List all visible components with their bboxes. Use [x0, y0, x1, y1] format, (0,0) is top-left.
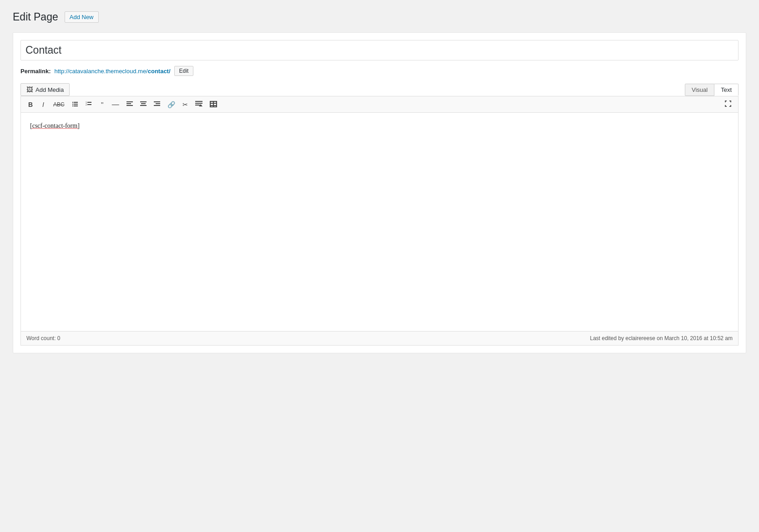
- ordered-list-button[interactable]: 1. 2.: [82, 99, 95, 110]
- add-media-button[interactable]: 🖼 Add Media: [20, 83, 70, 96]
- svg-rect-3: [74, 104, 78, 105]
- permalink-edit-button[interactable]: Edit: [174, 66, 194, 76]
- svg-rect-11: [126, 103, 131, 104]
- strikethrough-label: ABC: [53, 101, 65, 108]
- add-media-label: Add Media: [35, 86, 64, 93]
- svg-rect-10: [126, 101, 133, 102]
- svg-rect-26: [216, 101, 217, 107]
- svg-rect-9: [87, 104, 91, 105]
- svg-rect-13: [140, 101, 147, 102]
- svg-rect-17: [156, 103, 160, 104]
- page-title: Edit Page: [13, 11, 58, 23]
- svg-rect-21: [195, 105, 200, 105]
- fullscreen-icon: [724, 100, 732, 107]
- svg-rect-19: [195, 101, 202, 102]
- unlink-button[interactable]: ✂: [179, 100, 191, 110]
- tab-visual[interactable]: Visual: [685, 84, 714, 96]
- table-icon: [210, 101, 217, 107]
- svg-rect-14: [141, 103, 146, 104]
- svg-rect-0: [72, 102, 73, 103]
- last-edited: Last edited by eclairereese on March 10,…: [590, 335, 733, 341]
- view-tabs: Visual Text: [685, 84, 739, 96]
- word-count: Word count: 0: [26, 335, 61, 341]
- svg-rect-24: [210, 101, 211, 107]
- format-toolbar: B I ABC 1. 2. " —: [21, 96, 738, 113]
- permalink-row: Permalink: http://catavalanche.themeclou…: [20, 66, 739, 76]
- svg-rect-2: [72, 104, 73, 105]
- svg-rect-12: [126, 105, 133, 106]
- blockquote-button[interactable]: ": [96, 99, 108, 110]
- insert-button[interactable]: [192, 99, 206, 110]
- add-new-button[interactable]: Add New: [65, 11, 99, 23]
- svg-rect-1: [74, 102, 78, 103]
- svg-rect-18: [154, 105, 160, 106]
- table-button[interactable]: [207, 99, 220, 110]
- align-right-icon: [154, 101, 160, 107]
- align-right-button[interactable]: [151, 100, 163, 110]
- fullscreen-button[interactable]: [722, 99, 734, 110]
- permalink-label: Permalink:: [20, 68, 51, 75]
- align-left-icon: [126, 101, 133, 107]
- svg-rect-20: [195, 103, 202, 104]
- editor-wrapper: B I ABC 1. 2. " —: [20, 96, 739, 346]
- svg-rect-7: [87, 102, 91, 103]
- word-count-value: 0: [57, 335, 61, 341]
- svg-rect-16: [154, 101, 160, 102]
- align-center-button[interactable]: [137, 100, 150, 110]
- shortcode-content: [cscf-contact-form]: [30, 122, 80, 129]
- svg-rect-4: [72, 105, 73, 106]
- hr-button[interactable]: —: [109, 99, 122, 110]
- svg-rect-29: [210, 106, 217, 107]
- content-editor[interactable]: [cscf-contact-form]: [21, 113, 738, 331]
- unordered-list-button[interactable]: [69, 99, 81, 110]
- svg-rect-15: [140, 105, 147, 106]
- page-title-input[interactable]: [20, 40, 739, 60]
- ol-icon: 1. 2.: [86, 101, 92, 107]
- svg-rect-25: [213, 101, 214, 107]
- svg-rect-5: [74, 105, 78, 106]
- permalink-url-bold: contact/: [148, 68, 171, 75]
- link-button[interactable]: 🔗: [164, 100, 178, 110]
- word-count-label: Word count:: [26, 335, 56, 341]
- editor-container: Permalink: http://catavalanche.themeclou…: [13, 32, 746, 353]
- media-icon: 🖼: [26, 86, 33, 93]
- page-header: Edit Page Add New: [13, 11, 746, 23]
- strikethrough-button[interactable]: ABC: [50, 100, 68, 109]
- permalink-link[interactable]: http://catavalanche.themecloud.me/contac…: [54, 68, 170, 75]
- editor-toolbar-row: 🖼 Add Media Visual Text: [20, 83, 739, 96]
- insert-icon: [195, 101, 202, 107]
- italic-button[interactable]: I: [37, 100, 49, 110]
- ul-icon: [72, 101, 78, 107]
- align-left-button[interactable]: [123, 100, 136, 110]
- svg-text:2.: 2.: [86, 103, 87, 106]
- editor-footer: Word count: 0 Last edited by eclairerees…: [21, 331, 738, 345]
- svg-rect-28: [210, 105, 217, 106]
- permalink-url-base: http://catavalanche.themecloud.me/: [54, 68, 147, 75]
- svg-rect-27: [210, 103, 217, 104]
- bold-button[interactable]: B: [25, 100, 36, 110]
- tab-text[interactable]: Text: [714, 84, 739, 96]
- align-center-icon: [140, 101, 147, 107]
